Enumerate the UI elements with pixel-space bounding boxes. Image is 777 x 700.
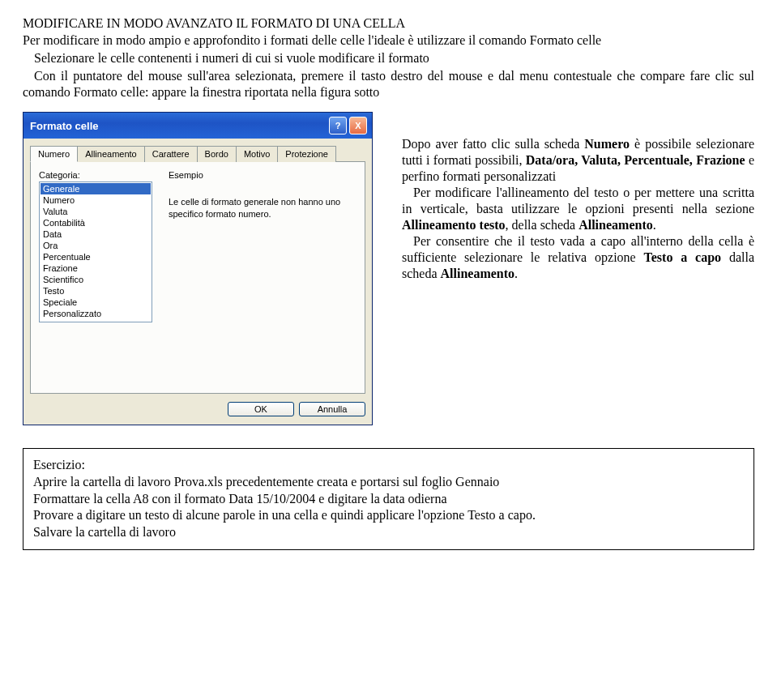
text: . [653, 218, 656, 232]
list-item[interactable]: Scientifico [41, 274, 151, 285]
bullet-text: Con il puntatore del mouse sull'area sel… [23, 69, 754, 99]
tab-carattere[interactable]: Carattere [144, 146, 198, 162]
category-listbox[interactable]: Generale Numero Valuta Contabilità Data … [39, 181, 152, 322]
section-title: MODIFICARE IN MODO AVANZATO IL FORMATO D… [23, 16, 754, 31]
text: Dopo aver fatto clic sulla scheda [402, 137, 584, 151]
cancel-button[interactable]: Annulla [299, 402, 365, 416]
tab-protezione[interactable]: Protezione [277, 146, 336, 162]
exercise-line: Provare a digitare un testo di alcune pa… [33, 507, 744, 524]
list-item[interactable]: Data [41, 228, 151, 240]
text-bold: Allineamento testo [402, 218, 506, 232]
tab-motivo[interactable]: Motivo [236, 146, 278, 162]
category-label: Categoria: [39, 170, 152, 180]
list-item[interactable]: Personalizzato [41, 308, 151, 319]
close-button[interactable]: X [349, 117, 367, 134]
exercise-title: Esercizio: [33, 457, 744, 474]
dialog-title: Formato celle [30, 120, 99, 132]
tab-allineamento[interactable]: Allineamento [77, 146, 145, 162]
text-bold: Numero [584, 137, 630, 151]
list-item[interactable]: Valuta [41, 206, 151, 217]
list-item[interactable]: Numero [41, 194, 151, 206]
list-item[interactable]: Frazione [41, 262, 151, 274]
text: . [514, 267, 518, 280]
list-item[interactable]: Testo [41, 285, 151, 297]
example-description: Le celle di formato generale non hanno u… [169, 196, 356, 221]
text-bold: Testo a capo [644, 250, 722, 264]
exercise-line: Aprire la cartella di lavoro Prova.xls p… [33, 474, 744, 491]
exercise-line: Salvare la cartella di lavoro [33, 524, 744, 541]
exercise-box: Esercizio: Aprire la cartella di lavoro … [23, 448, 754, 550]
list-item[interactable]: Ora [41, 240, 151, 251]
right-column-text: Dopo aver fatto clic sulla scheda Numero… [402, 112, 754, 282]
list-item[interactable]: Percentuale [41, 251, 151, 262]
bullet-2: Con il puntatore del mouse sull'area sel… [23, 68, 754, 100]
titlebar: Formato celle ? X [23, 113, 372, 139]
text: Per modificare l'allineamento del testo … [402, 186, 754, 216]
ok-button[interactable]: OK [228, 402, 294, 416]
text-bold: Allineamento [578, 218, 653, 232]
example-label: Esempio [169, 170, 356, 180]
help-button[interactable]: ? [329, 117, 347, 134]
text: , della scheda [506, 218, 579, 232]
text-bold: Allineamento [441, 267, 515, 280]
exercise-line: Formattare la cella A8 con il formato Da… [33, 491, 744, 508]
tab-strip: Numero Allineamento Carattere Bordo Moti… [30, 145, 365, 162]
list-item[interactable]: Contabilità [41, 217, 151, 228]
bullet-text: Selezionare le celle contenenti i numeri… [34, 51, 429, 65]
list-item[interactable]: Speciale [41, 297, 151, 308]
intro-paragraph: Per modificare in modo ampio e approfond… [23, 32, 754, 49]
tab-numero[interactable]: Numero [30, 146, 78, 162]
tab-bordo[interactable]: Bordo [197, 146, 237, 162]
list-item[interactable]: Generale [41, 183, 151, 194]
text-bold: Data/ora, Valuta, Percentuale, Frazione [526, 153, 745, 167]
bullet-1: Selezionare le celle contenenti i numeri… [23, 50, 754, 66]
format-cells-dialog: Formato celle ? X Numero Allineamento Ca… [23, 112, 373, 425]
